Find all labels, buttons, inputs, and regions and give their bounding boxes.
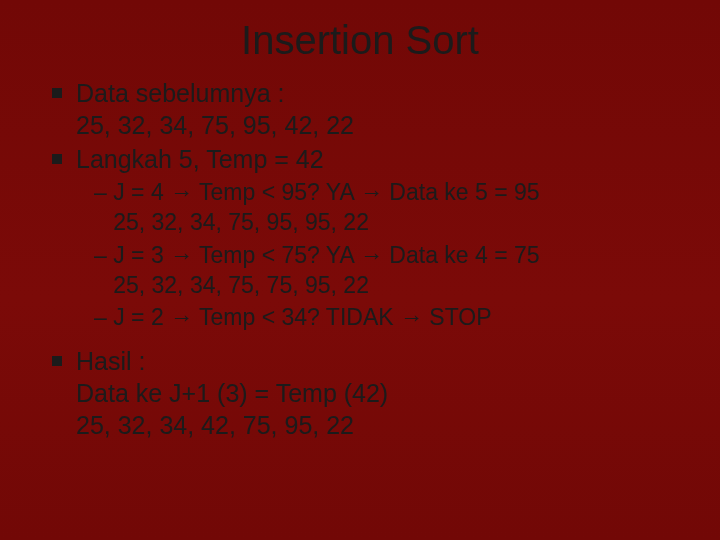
sub-1-line-a: – J = 4 → Temp < 95? YA → Data ke 5 = 95: [94, 179, 540, 205]
slide: Insertion Sort Data sebelumnya : 25, 32,…: [0, 0, 720, 540]
sub-2-line-a: – J = 3 → Temp < 75? YA → Data ke 4 = 75: [94, 242, 540, 268]
sub-2-line-b: 25, 32, 34, 75, 75, 95, 22: [94, 272, 369, 298]
bullet-3-line-3: 25, 32, 34, 42, 75, 95, 22: [76, 411, 354, 439]
bullet-1-line-1: Data sebelumnya :: [76, 79, 284, 107]
bullet-2-text: Langkah 5, Temp = 42: [76, 143, 680, 175]
sub-3-line-a: – J = 2 → Temp < 34? TIDAK → STOP: [94, 304, 492, 330]
bullet-2: Langkah 5, Temp = 42: [52, 143, 680, 175]
sub-bullet-2: – J = 3 → Temp < 75? YA → Data ke 4 = 75…: [94, 240, 680, 301]
sub-1-line-b: 25, 32, 34, 75, 95, 95, 22: [94, 209, 369, 235]
sub-bullet-3: – J = 2 → Temp < 34? TIDAK → STOP: [94, 302, 680, 332]
bullet-3: Hasil : Data ke J+1 (3) = Temp (42) 25, …: [52, 345, 680, 441]
bullet-3-line-1: Hasil :: [76, 347, 145, 375]
sub-bullet-1: – J = 4 → Temp < 95? YA → Data ke 5 = 95…: [94, 177, 680, 238]
square-bullet-icon: [52, 154, 62, 164]
bullet-3-text: Hasil : Data ke J+1 (3) = Temp (42) 25, …: [76, 345, 680, 441]
bullet-1-text: Data sebelumnya : 25, 32, 34, 75, 95, 42…: [76, 77, 680, 141]
square-bullet-icon: [52, 88, 62, 98]
bullet-3-line-2: Data ke J+1 (3) = Temp (42): [76, 379, 388, 407]
bullet-2-line-1: Langkah 5, Temp = 42: [76, 145, 324, 173]
slide-title: Insertion Sort: [40, 18, 680, 63]
bullet-1: Data sebelumnya : 25, 32, 34, 75, 95, 42…: [52, 77, 680, 141]
square-bullet-icon: [52, 356, 62, 366]
slide-body: Data sebelumnya : 25, 32, 34, 75, 95, 42…: [40, 77, 680, 441]
bullet-1-line-2: 25, 32, 34, 75, 95, 42, 22: [76, 111, 354, 139]
